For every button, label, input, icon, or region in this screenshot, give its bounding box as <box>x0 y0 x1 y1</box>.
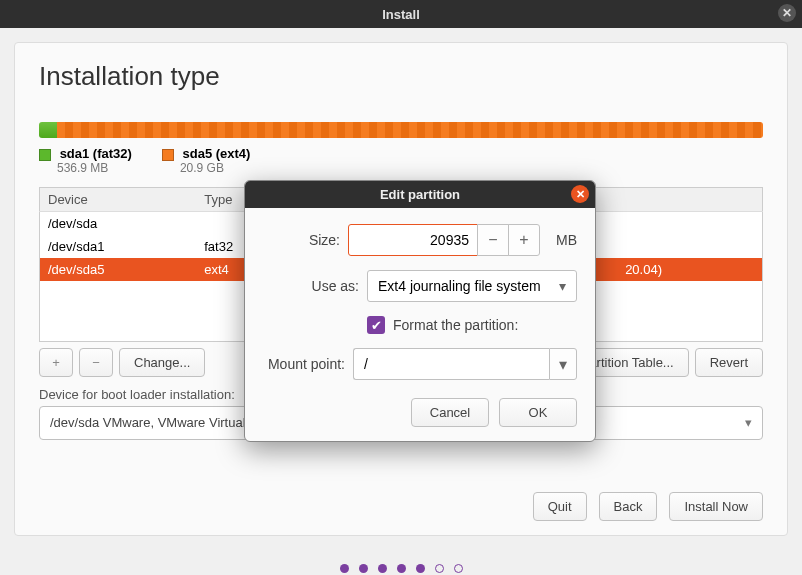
close-icon: ✕ <box>576 188 585 201</box>
disk-seg-sda1 <box>39 122 57 138</box>
size-label: Size: <box>263 232 340 248</box>
dot-hollow-icon <box>435 564 444 573</box>
legend-item-sda5: sda5 (ext4) 20.9 GB <box>162 146 251 175</box>
ok-button[interactable]: OK <box>499 398 577 427</box>
add-partition-button[interactable]: + <box>39 348 73 377</box>
dialog-close-button[interactable]: ✕ <box>571 185 589 203</box>
mount-point-combo: ▾ <box>353 348 577 380</box>
plus-icon: + <box>519 231 528 249</box>
chevron-down-icon: ▾ <box>559 278 566 294</box>
use-as-label: Use as: <box>263 278 359 294</box>
window-close-button[interactable]: ✕ <box>778 4 796 22</box>
mount-row: Mount point: ▾ <box>263 348 577 380</box>
dot-icon <box>416 564 425 573</box>
dot-hollow-icon <box>454 564 463 573</box>
swatch-icon <box>39 149 51 161</box>
use-as-row: Use as: Ext4 journaling file system ▾ <box>263 270 577 302</box>
use-as-select[interactable]: Ext4 journaling file system ▾ <box>367 270 577 302</box>
dot-icon <box>340 564 349 573</box>
revert-button[interactable]: Revert <box>695 348 763 377</box>
window-title: Install <box>382 7 420 22</box>
format-checkbox[interactable]: ✔ Format the partition: <box>367 316 518 334</box>
size-row: Size: − + MB <box>263 224 577 256</box>
legend-size: 20.9 GB <box>180 161 251 175</box>
mount-label: Mount point: <box>263 356 345 372</box>
disk-usage-bar <box>39 122 763 138</box>
quit-button[interactable]: Quit <box>533 492 587 521</box>
chevron-down-icon: ▾ <box>559 355 567 374</box>
disk-legend: sda1 (fat32) 536.9 MB sda5 (ext4) 20.9 G… <box>39 146 763 175</box>
window-titlebar: Install ✕ <box>0 0 802 28</box>
dialog-buttons: Cancel OK <box>263 398 577 427</box>
format-label: Format the partition: <box>393 317 518 333</box>
size-spinbox: − + <box>348 224 540 256</box>
minus-icon: − <box>488 231 497 249</box>
disk-seg-sda5 <box>57 122 763 138</box>
dialog-title: Edit partition <box>380 187 460 202</box>
dot-icon <box>397 564 406 573</box>
format-row: ✔ Format the partition: <box>263 316 577 334</box>
edit-partition-dialog: Edit partition ✕ Size: − + MB Use as: Ex… <box>244 180 596 442</box>
back-button[interactable]: Back <box>599 492 658 521</box>
cell-device: /dev/sda1 <box>40 235 197 258</box>
page-title: Installation type <box>39 61 763 92</box>
swatch-icon <box>162 149 174 161</box>
legend-size: 536.9 MB <box>57 161 132 175</box>
checkbox-checked-icon: ✔ <box>367 316 385 334</box>
use-as-value: Ext4 journaling file system <box>378 278 541 294</box>
dialog-titlebar: Edit partition ✕ <box>245 181 595 208</box>
legend-label: sda1 (fat32) <box>60 146 132 161</box>
close-icon: ✕ <box>782 6 792 20</box>
chevron-down-icon: ▾ <box>745 415 752 430</box>
legend-item-sda1: sda1 (fat32) 536.9 MB <box>39 146 132 175</box>
dot-icon <box>378 564 387 573</box>
mount-point-input[interactable] <box>353 348 549 380</box>
size-decrement-button[interactable]: − <box>477 224 509 256</box>
size-input[interactable] <box>348 224 478 256</box>
footer-buttons: Quit Back Install Now <box>533 492 763 521</box>
cell-device: /dev/sda <box>40 212 197 236</box>
remove-partition-button[interactable]: − <box>79 348 113 377</box>
progress-dots <box>0 564 802 573</box>
cancel-button[interactable]: Cancel <box>411 398 489 427</box>
dot-icon <box>359 564 368 573</box>
size-increment-button[interactable]: + <box>508 224 540 256</box>
size-unit: MB <box>556 232 577 248</box>
change-partition-button[interactable]: Change... <box>119 348 205 377</box>
install-now-button[interactable]: Install Now <box>669 492 763 521</box>
legend-label: sda5 (ext4) <box>183 146 251 161</box>
mount-point-dropdown-button[interactable]: ▾ <box>549 348 577 380</box>
cell-device: /dev/sda5 <box>40 258 197 281</box>
col-device[interactable]: Device <box>40 188 197 212</box>
